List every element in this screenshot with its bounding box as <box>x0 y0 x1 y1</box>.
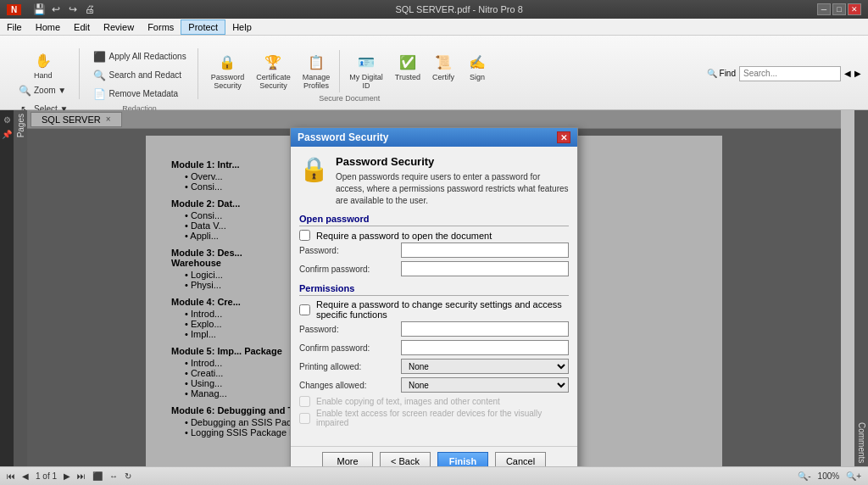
minimize-btn[interactable]: ─ <box>817 3 831 15</box>
main-area: ⚙ 📌 Pages SQL SERVER × Module 1: Intr...… <box>0 110 868 466</box>
find-input[interactable] <box>739 66 841 81</box>
open-password-input[interactable] <box>401 242 569 258</box>
rotate-btn[interactable]: ↻ <box>125 471 131 481</box>
menu-protect[interactable]: Protect <box>181 20 225 35</box>
zoom-btn[interactable]: 🔍 Zoom ▼ <box>14 82 72 99</box>
cert-icon: 🏆 <box>263 53 283 73</box>
dialog-title-bar: Password Security ✕ <box>291 128 577 147</box>
ribbon-group-tools: ✋ Hand 🔍 Zoom ▼ ↖ Select ▼ Tools <box>7 48 80 99</box>
fit-page-btn[interactable]: ⬛ <box>92 471 103 481</box>
comments-panel[interactable]: Comments <box>854 110 868 466</box>
menu-help[interactable]: Help <box>225 20 259 34</box>
open-password-checkbox[interactable] <box>299 230 310 241</box>
ribbon-group-redaction: ⬛ Apply All Redactions 🔍 Search and Reda… <box>81 48 198 99</box>
page-info: 1 of 1 <box>36 471 57 481</box>
remove-metadata-btn[interactable]: 📄 Remove Metadata <box>88 86 190 103</box>
menu-forms[interactable]: Forms <box>141 20 181 34</box>
my-digital-id-btn[interactable]: 🪪 My DigitalID <box>345 50 387 92</box>
status-nav-last[interactable]: ⏭ <box>77 471 86 481</box>
sidebar-icon-2[interactable]: 📌 <box>0 128 14 141</box>
hand-tool-btn[interactable]: ✋ Hand <box>29 48 58 82</box>
dialog-lock-icon: 🔒 <box>299 155 329 183</box>
undo-btn[interactable]: ↩ <box>48 2 64 17</box>
app-logo[interactable]: N <box>7 4 21 15</box>
zoom-icon: 🔍 <box>18 84 31 98</box>
menu-file[interactable]: File <box>0 20 29 34</box>
open-password-row: Password: <box>299 242 569 258</box>
status-nav-first[interactable]: ⏮ <box>7 471 15 481</box>
profiles-icon: 📋 <box>306 53 326 73</box>
menu-bar: File Home Edit Review Forms Protect Help <box>0 19 868 36</box>
copy-checkbox[interactable] <box>299 396 310 407</box>
status-nav-next[interactable]: ▶ <box>64 471 70 481</box>
status-bar-right: 🔍- 100% 🔍+ <box>798 471 861 481</box>
search-redact-btn[interactable]: 🔍 Search and Redact <box>88 67 190 84</box>
sign-label: Sign <box>470 73 485 81</box>
secure-group-label: Secure Document <box>207 94 492 103</box>
certificate-security-btn[interactable]: 🏆 CertificateSecurity <box>252 50 295 92</box>
status-nav-prev[interactable]: ◀ <box>22 471 29 481</box>
perm-password-row: Password: <box>299 321 569 337</box>
open-confirm-input[interactable] <box>401 261 569 276</box>
print-btn[interactable]: 🖨 <box>82 2 97 17</box>
search-redact-icon: 🔍 <box>92 69 106 82</box>
search-redact-label: Search and Redact <box>108 70 181 80</box>
find-prev-btn[interactable]: ◀ <box>844 69 851 78</box>
comments-label: Comments <box>857 422 866 463</box>
changes-select[interactable]: None <box>401 377 569 393</box>
apply-redactions-btn[interactable]: ⬛ Apply All Redactions <box>88 48 190 65</box>
zoom-value: 100% <box>818 471 840 481</box>
permissions-checkbox[interactable] <box>299 304 310 315</box>
password-label: Password: <box>299 246 401 255</box>
screen-reader-checkbox[interactable] <box>299 413 310 424</box>
redact-icon: ⬛ <box>92 50 106 64</box>
perm-confirm-row: Confirm password: <box>299 340 569 355</box>
open-password-section: Open password <box>299 214 569 226</box>
printing-label: Printing allowed: <box>299 362 401 371</box>
trusted-label: Trusted <box>395 73 420 81</box>
certify-btn[interactable]: 📜 Certify <box>428 50 459 92</box>
redo-btn[interactable]: ↪ <box>65 2 81 17</box>
remove-metadata-label: Remove Metadata <box>108 89 178 98</box>
finish-button[interactable]: Finish <box>437 452 488 466</box>
digital-id-icon: 🪪 <box>356 53 376 73</box>
dialog-header: 🔒 Password Security Open passwords requi… <box>299 155 569 207</box>
perm-password-input[interactable] <box>401 321 569 337</box>
sign-btn[interactable]: ✍ Sign <box>462 50 492 92</box>
menu-home[interactable]: Home <box>29 20 67 34</box>
find-next-btn[interactable]: ▶ <box>854 69 861 78</box>
right-scrollbar[interactable] <box>841 110 854 466</box>
menu-review[interactable]: Review <box>97 20 141 34</box>
sidebar-icon-1[interactable]: ⚙ <box>2 114 13 126</box>
more-button[interactable]: More <box>322 452 373 466</box>
certify-label: Certify <box>432 73 454 81</box>
dialog-close-btn[interactable]: ✕ <box>557 131 570 143</box>
dialog-title: Password Security <box>298 131 388 143</box>
metadata-icon: 📄 <box>92 87 106 101</box>
save-btn[interactable]: 💾 <box>31 2 47 17</box>
back-button[interactable]: < Back <box>380 452 431 466</box>
pages-panel[interactable]: Pages <box>14 110 27 466</box>
perm-confirm-input[interactable] <box>401 340 569 355</box>
password-security-btn[interactable]: 🔒 PasswordSecurity <box>207 50 249 92</box>
title-bar: N 💾 ↩ ↪ 🖨 SQL SERVER.pdf - Nitro Pro 8 ─… <box>0 0 868 19</box>
apply-redact-label: Apply All Redactions <box>108 52 186 61</box>
modal-overlay: Password Security ✕ 🔒 Password Security … <box>27 110 841 466</box>
maximize-btn[interactable]: □ <box>832 3 846 15</box>
dialog-header-text: Password Security Open passwords require… <box>336 155 569 207</box>
hand-label: Hand <box>34 71 53 80</box>
close-btn[interactable]: ✕ <box>848 3 861 15</box>
manage-profiles-btn[interactable]: 📋 ManageProfiles <box>298 50 335 92</box>
zoom-in-btn[interactable]: 🔍+ <box>846 471 861 481</box>
fit-width-btn[interactable]: ↔ <box>109 471 118 481</box>
menu-edit[interactable]: Edit <box>67 20 97 34</box>
dialog-buttons: More < Back Finish Cancel <box>291 446 577 466</box>
open-confirm-row: Confirm password: <box>299 261 569 276</box>
cert-label: CertificateSecurity <box>256 73 291 90</box>
printing-select[interactable]: None <box>401 359 569 374</box>
trusted-btn[interactable]: ✅ Trusted <box>391 50 425 92</box>
zoom-out-btn[interactable]: 🔍- <box>798 471 810 481</box>
left-sidebar: ⚙ 📌 <box>0 110 14 466</box>
cancel-button[interactable]: Cancel <box>495 452 546 466</box>
confirm-password-label: Confirm password: <box>299 265 401 274</box>
